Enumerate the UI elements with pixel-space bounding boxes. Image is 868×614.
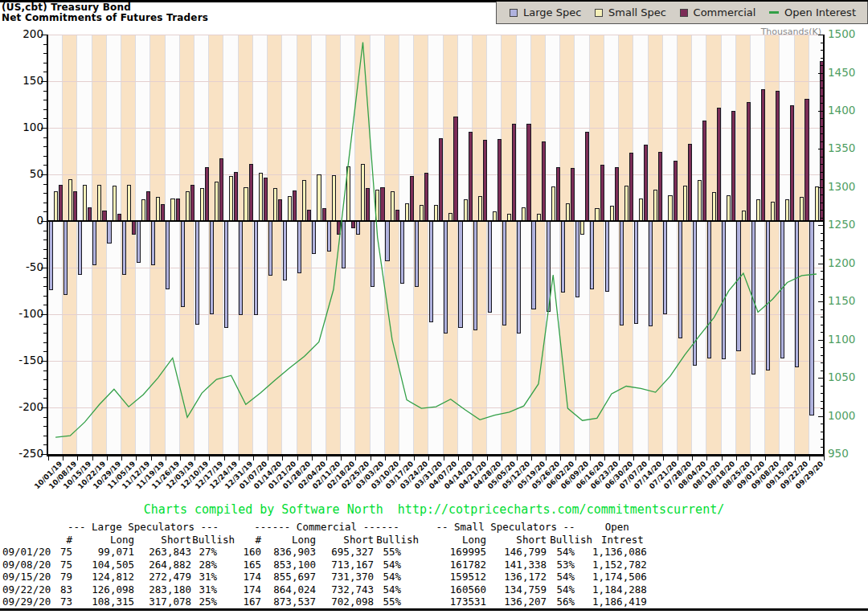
left-axis-tick <box>43 436 47 436</box>
right-axis-label: 1500 <box>828 28 855 40</box>
right-axis-label: 1200 <box>828 257 855 269</box>
x-axis-tick <box>473 456 473 460</box>
x-axis-tick <box>414 456 415 460</box>
x-axis-tick <box>63 456 63 460</box>
left-axis-tick <box>43 109 47 110</box>
group-header-small-speculators: -- Small Speculators -- <box>419 521 592 534</box>
right-axis-tick <box>821 103 824 104</box>
right-axis-tick <box>821 141 824 142</box>
right-axis-tick <box>821 43 824 43</box>
right-axis-tick <box>818 35 824 35</box>
row-value: 54% <box>547 583 592 596</box>
row-value: 853,100 <box>261 559 316 571</box>
row-value: 1,152,782 <box>592 559 647 571</box>
right-axis-tick <box>821 271 824 272</box>
left-axis-tick <box>41 35 47 35</box>
left-axis-label: 100 <box>5 121 43 133</box>
right-axis-tick <box>821 133 824 134</box>
x-axis-line <box>47 454 825 456</box>
x-axis-tick <box>751 456 751 460</box>
x-axis-tick <box>824 456 825 460</box>
x-axis-tick <box>619 456 620 460</box>
row-value: 1,184,288 <box>592 583 647 596</box>
left-axis-label: -150 <box>5 354 43 366</box>
row-value: 263,843 <box>134 546 191 559</box>
left-axis-tick <box>43 193 47 194</box>
right-axis-tick <box>821 210 824 211</box>
group-header-spacer <box>0 521 51 534</box>
left-axis-tick <box>41 128 47 129</box>
x-axis-tick <box>736 456 737 460</box>
row-value: 28% <box>191 559 235 571</box>
right-axis-tick <box>821 424 824 424</box>
right-axis-tick <box>818 454 824 455</box>
row-value: 161782 <box>419 559 486 571</box>
row-value: 1,174,506 <box>592 571 647 583</box>
x-axis-tick <box>678 456 678 460</box>
x-axis-tick <box>692 456 693 460</box>
left-axis-tick <box>43 156 47 157</box>
left-axis-tick <box>43 211 47 212</box>
column-header-long-9: Long <box>419 534 486 546</box>
row-value: 79 <box>51 571 72 583</box>
left-axis-tick <box>43 389 47 390</box>
x-axis-tick <box>487 456 488 460</box>
table-row: 09/22/2083126,098283,18031%174864,024732… <box>0 583 647 596</box>
legend-label-small-spec: Small Spec <box>608 6 666 18</box>
x-axis-tick <box>268 456 268 460</box>
x-axis-tick <box>560 456 561 460</box>
left-axis-tick <box>41 221 47 222</box>
left-axis-tick <box>43 146 47 147</box>
row-value: 25% <box>191 596 235 608</box>
left-axis-tick <box>43 249 47 250</box>
left-axis-tick <box>43 53 47 54</box>
right-axis-tick <box>821 172 824 173</box>
right-axis-tick <box>818 73 824 74</box>
row-date: 09/08/20 <box>0 559 51 571</box>
row-value: 99,071 <box>72 546 134 559</box>
left-axis-line <box>47 35 48 456</box>
x-axis-tick <box>706 456 707 460</box>
left-axis-tick <box>43 333 47 334</box>
left-axis-tick <box>43 370 47 371</box>
x-axis-tick <box>633 456 634 460</box>
left-axis-tick <box>43 305 47 305</box>
right-axis-label: 1400 <box>828 104 855 117</box>
row-value: 167 <box>235 596 261 608</box>
right-axis-tick <box>821 194 824 195</box>
right-axis-tick <box>821 393 824 394</box>
left-axis-label: 0 <box>5 215 43 227</box>
row-value: 31% <box>191 571 235 583</box>
right-axis-tick <box>818 340 824 341</box>
legend-item-large-spec: Large Spec <box>510 6 581 18</box>
x-axis-tick <box>371 456 371 460</box>
small-spec-swatch-icon <box>595 9 603 17</box>
right-axis-tick <box>821 332 824 333</box>
left-axis-tick <box>43 296 47 297</box>
column-header-#-5: # <box>235 534 261 546</box>
right-axis-tick <box>818 225 824 226</box>
x-axis-tick <box>795 456 796 460</box>
right-axis-tick <box>821 203 824 203</box>
column-header-#-1: # <box>51 534 72 546</box>
right-axis-tick <box>821 233 824 234</box>
table-group-header-row: --- Large Speculators --------- Commerci… <box>0 521 647 534</box>
row-value: 31% <box>191 583 235 596</box>
row-value: 141,338 <box>486 559 547 571</box>
left-axis-label: 200 <box>5 28 43 40</box>
x-axis-tick <box>341 456 342 460</box>
left-axis-tick <box>43 444 47 445</box>
row-value: 55% <box>374 546 419 559</box>
x-axis-tick <box>590 456 591 460</box>
row-value: 54% <box>374 559 419 571</box>
right-axis-label: 1450 <box>828 67 855 79</box>
left-axis-tick <box>43 118 47 119</box>
row-date: 09/22/20 <box>0 583 51 596</box>
row-value: 83 <box>51 583 72 596</box>
x-axis-tick <box>649 456 649 460</box>
group-header-large-speculators: --- Large Speculators --- <box>51 521 235 534</box>
row-date: 09/01/20 <box>0 546 51 559</box>
right-axis-tick <box>821 126 824 127</box>
cot-chart-page: (US,cbt) Treasury Bond Net Commitments o… <box>0 0 868 614</box>
row-value: 136,207 <box>486 596 547 608</box>
